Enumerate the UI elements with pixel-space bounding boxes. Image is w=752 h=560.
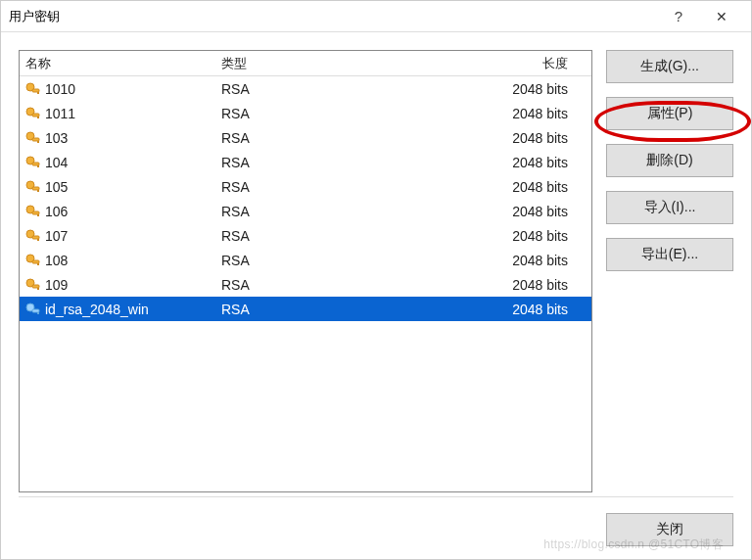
svg-rect-11 (37, 165, 39, 167)
svg-rect-7 (32, 138, 39, 141)
table-row[interactable]: 109 RSA 2048 bits (20, 272, 591, 297)
close-window-button[interactable]: ✕ (700, 1, 743, 32)
column-header-length[interactable]: 长度 (372, 55, 591, 72)
column-header-name[interactable]: 名称 (20, 55, 215, 72)
key-length: 2048 bits (512, 130, 568, 146)
key-icon (25, 228, 41, 244)
key-name: 106 (45, 204, 68, 219)
key-type: RSA (221, 253, 250, 268)
properties-button[interactable]: 属性(P) (606, 97, 733, 130)
key-icon (25, 253, 41, 268)
svg-rect-2 (37, 92, 39, 94)
key-type: RSA (221, 81, 250, 97)
key-icon (25, 204, 41, 219)
help-button[interactable]: ? (657, 1, 700, 32)
key-length: 2048 bits (512, 277, 568, 293)
table-row[interactable]: 1011 RSA 2048 bits (20, 101, 591, 125)
close-button[interactable]: 关闭 (606, 513, 733, 546)
key-length: 2048 bits (512, 106, 568, 121)
table-row[interactable]: 105 RSA 2048 bits (20, 174, 591, 199)
user-keys-dialog: 用户密钥 ? ✕ 名称 类型 长度 1010 RSA 2048 bits 101… (0, 0, 752, 560)
key-list-body: 1010 RSA 2048 bits 1011 RSA 2048 bits 10… (20, 76, 591, 491)
key-type: RSA (221, 130, 250, 146)
table-row[interactable]: 108 RSA 2048 bits (20, 248, 591, 272)
svg-rect-4 (32, 114, 39, 117)
key-name: 104 (45, 155, 68, 170)
key-length: 2048 bits (512, 228, 568, 244)
svg-rect-22 (32, 260, 39, 263)
key-name: id_rsa_2048_win (45, 302, 149, 317)
key-type: RSA (221, 155, 250, 170)
key-name: 1010 (45, 81, 75, 97)
svg-rect-20 (37, 239, 39, 241)
svg-rect-1 (32, 89, 39, 92)
key-icon (25, 130, 41, 146)
svg-rect-10 (32, 163, 39, 165)
key-length: 2048 bits (512, 204, 568, 219)
footer: 关闭 https://blog.csdn.n @51CTO博客 (19, 496, 733, 559)
key-type: RSA (221, 302, 250, 317)
key-list[interactable]: 名称 类型 长度 1010 RSA 2048 bits 1011 RSA 204… (19, 50, 592, 492)
key-type: RSA (221, 277, 250, 293)
key-name: 1011 (45, 106, 75, 121)
key-name: 103 (45, 130, 68, 146)
key-icon (25, 302, 41, 317)
key-icon (25, 155, 41, 170)
key-type: RSA (221, 204, 250, 219)
svg-rect-14 (37, 190, 39, 192)
titlebar: 用户密钥 ? ✕ (1, 1, 751, 32)
svg-rect-25 (32, 285, 39, 288)
svg-rect-8 (37, 141, 39, 143)
content-area: 名称 类型 长度 1010 RSA 2048 bits 1011 RSA 204… (1, 32, 751, 496)
window-title: 用户密钥 (9, 8, 60, 25)
svg-rect-13 (32, 187, 39, 190)
column-header-type[interactable]: 类型 (215, 55, 372, 72)
svg-rect-5 (37, 117, 39, 118)
key-type: RSA (221, 179, 250, 195)
key-name: 107 (45, 228, 68, 244)
svg-rect-17 (37, 214, 39, 216)
key-icon (25, 81, 41, 97)
key-length: 2048 bits (512, 253, 568, 268)
table-row[interactable]: 106 RSA 2048 bits (20, 199, 591, 223)
key-name: 109 (45, 277, 68, 293)
svg-rect-29 (37, 312, 39, 314)
generate-button[interactable]: 生成(G)... (606, 50, 733, 83)
key-type: RSA (221, 106, 250, 121)
key-length: 2048 bits (512, 155, 568, 170)
column-header-row: 名称 类型 长度 (20, 51, 591, 76)
key-name: 108 (45, 253, 68, 268)
table-row[interactable]: 104 RSA 2048 bits (20, 150, 591, 174)
key-icon (25, 106, 41, 121)
table-row[interactable]: 1010 RSA 2048 bits (20, 76, 591, 101)
svg-rect-19 (32, 236, 39, 239)
import-button[interactable]: 导入(I)... (606, 191, 733, 224)
key-length: 2048 bits (512, 81, 568, 97)
key-name: 105 (45, 179, 68, 195)
key-type: RSA (221, 228, 250, 244)
delete-button[interactable]: 删除(D) (606, 144, 733, 177)
key-length: 2048 bits (512, 302, 568, 317)
table-row[interactable]: 107 RSA 2048 bits (20, 223, 591, 248)
svg-rect-28 (32, 309, 39, 312)
export-button[interactable]: 导出(E)... (606, 238, 733, 271)
button-panel: 生成(G)... 属性(P) 删除(D) 导入(I)... 导出(E)... (606, 50, 733, 492)
key-length: 2048 bits (512, 179, 568, 195)
key-icon (25, 179, 41, 195)
table-row[interactable]: 103 RSA 2048 bits (20, 125, 591, 150)
svg-rect-16 (32, 211, 39, 214)
svg-rect-23 (37, 263, 39, 265)
svg-rect-26 (37, 288, 39, 290)
key-icon (25, 277, 41, 293)
table-row[interactable]: id_rsa_2048_win RSA 2048 bits (20, 297, 591, 321)
